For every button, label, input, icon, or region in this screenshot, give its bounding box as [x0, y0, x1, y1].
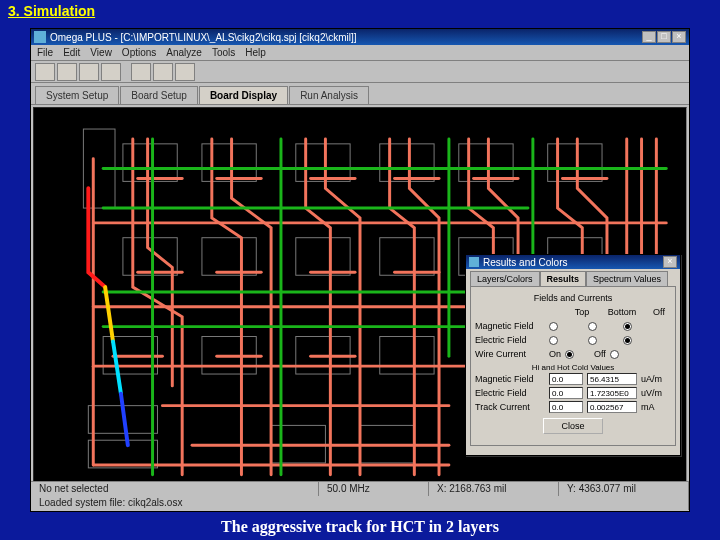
- radio-mag-bot[interactable]: [588, 322, 597, 331]
- minimize-button[interactable]: _: [642, 31, 656, 43]
- toolbar: [31, 61, 689, 83]
- elec-lo[interactable]: 0.0: [549, 387, 583, 399]
- svg-rect-4: [459, 144, 513, 182]
- dialog-icon: [469, 257, 479, 267]
- hdr-bottom: Bottom: [607, 307, 637, 317]
- tool-btn-5[interactable]: [131, 63, 151, 81]
- maximize-button[interactable]: □: [657, 31, 671, 43]
- statusbar: No net selected 50.0 MHz X: 2168.763 mil…: [31, 481, 689, 511]
- slide-title: 3. Simulation: [0, 0, 720, 22]
- app-icon: [34, 31, 46, 43]
- lbl-magfield: Magnetic Field: [475, 321, 545, 331]
- lbl-wirecurrent: Wire Current: [475, 349, 545, 359]
- tab-board-display[interactable]: Board Display: [199, 86, 288, 104]
- dialog-title: Results and Colors: [483, 257, 663, 268]
- tab-run-analysis[interactable]: Run Analysis: [289, 86, 369, 104]
- svg-rect-5: [548, 144, 602, 182]
- track-lo[interactable]: 0.0: [549, 401, 583, 413]
- dlg-tab-results[interactable]: Results: [540, 271, 587, 286]
- elec-unit: uV/m: [641, 388, 662, 398]
- svg-rect-0: [123, 144, 177, 182]
- svg-rect-3: [380, 144, 434, 182]
- tab-board-setup[interactable]: Board Setup: [120, 86, 198, 104]
- status-freq: 50.0 MHz: [319, 482, 429, 496]
- results-dialog: Results and Colors × Layers/Colors Resul…: [465, 254, 681, 456]
- tabbar: System Setup Board Setup Board Display R…: [31, 83, 689, 105]
- mag-hi[interactable]: 56.4315: [587, 373, 637, 385]
- radio-wc-on[interactable]: [565, 350, 574, 359]
- hdr-off: Off: [647, 307, 671, 317]
- menu-view[interactable]: View: [90, 47, 112, 58]
- svg-rect-15: [380, 336, 434, 374]
- close-button[interactable]: ×: [672, 31, 686, 43]
- svg-rect-8: [296, 238, 350, 276]
- dlg-tab-spectrum[interactable]: Spectrum Values: [586, 271, 668, 286]
- radio-mag-off[interactable]: [623, 322, 632, 331]
- dialog-close-icon[interactable]: ×: [663, 256, 677, 268]
- lbl2-mag: Magnetic Field: [475, 374, 545, 384]
- tool-btn-7[interactable]: [175, 63, 195, 81]
- wc-on: On: [549, 349, 561, 359]
- radio-elec-off[interactable]: [623, 336, 632, 345]
- tool-btn-2[interactable]: [57, 63, 77, 81]
- lbl2-elec: Electric Field: [475, 388, 545, 398]
- tool-btn-3[interactable]: [79, 63, 99, 81]
- svg-rect-2: [296, 144, 350, 182]
- lbl-elecfield: Electric Field: [475, 335, 545, 345]
- svg-rect-6: [123, 238, 177, 276]
- titlebar: Omega PLUS - [C:\IMPORT\LINUX\_ALS\cikg2…: [31, 29, 689, 45]
- track-unit: mA: [641, 402, 655, 412]
- lbl2-track: Track Current: [475, 402, 545, 412]
- status-x: X: 2168.763 mil: [429, 482, 559, 496]
- elec-hi[interactable]: 1.72305E0: [587, 387, 637, 399]
- svg-rect-7: [202, 238, 256, 276]
- radio-elec-bot[interactable]: [588, 336, 597, 345]
- hdr-top: Top: [567, 307, 597, 317]
- status-selection: No net selected: [31, 482, 319, 496]
- tab-system-setup[interactable]: System Setup: [35, 86, 119, 104]
- menu-tools[interactable]: Tools: [212, 47, 235, 58]
- menu-edit[interactable]: Edit: [63, 47, 80, 58]
- tool-btn-1[interactable]: [35, 63, 55, 81]
- section-fields: Fields and Currents: [475, 293, 671, 303]
- tool-btn-6[interactable]: [153, 63, 173, 81]
- radio-elec-top[interactable]: [549, 336, 558, 345]
- window-title: Omega PLUS - [C:\IMPORT\LINUX\_ALS\cikg2…: [50, 32, 642, 43]
- dlg-tab-layers[interactable]: Layers/Colors: [470, 271, 540, 286]
- mag-unit: uA/m: [641, 374, 662, 384]
- radio-wc-off[interactable]: [610, 350, 619, 359]
- svg-rect-1: [202, 144, 256, 182]
- menu-help[interactable]: Help: [245, 47, 266, 58]
- svg-rect-9: [380, 238, 434, 276]
- slide-caption: The aggressive track for HCT in 2 layers: [0, 518, 720, 536]
- menu-options[interactable]: Options: [122, 47, 156, 58]
- radio-mag-top[interactable]: [549, 322, 558, 331]
- section-hihot: Hi and Hot Cold Values: [475, 363, 671, 372]
- tool-btn-4[interactable]: [101, 63, 121, 81]
- dialog-close-button[interactable]: Close: [543, 418, 603, 434]
- menu-analyze[interactable]: Analyze: [166, 47, 202, 58]
- status-y: Y: 4363.077 mil: [559, 482, 689, 496]
- menu-file[interactable]: File: [37, 47, 53, 58]
- status-loaded: Loaded system file: cikq2als.osx: [31, 496, 689, 510]
- wc-off: Off: [594, 349, 606, 359]
- track-hi[interactable]: 0.002567: [587, 401, 637, 413]
- menubar: File Edit View Options Analyze Tools Hel…: [31, 45, 689, 61]
- mag-lo[interactable]: 0.0: [549, 373, 583, 385]
